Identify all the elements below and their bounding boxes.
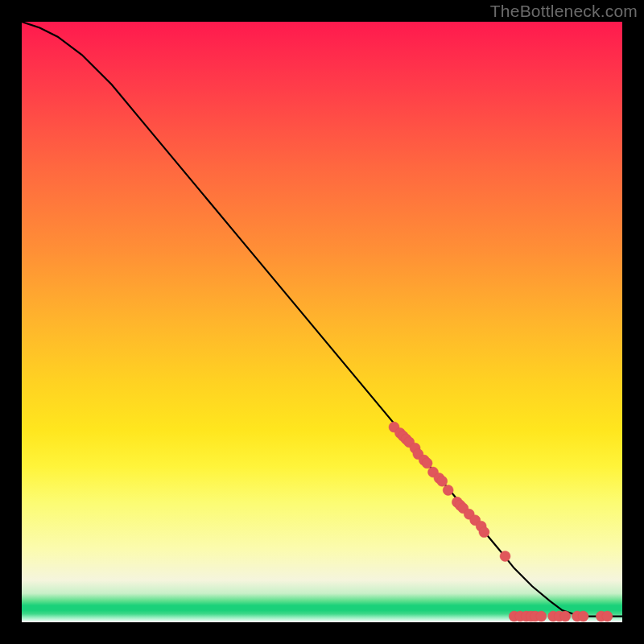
scatter-dot [560,611,571,621]
scatter-dots [389,422,613,621]
bottleneck-curve [22,22,622,617]
scatter-dot [437,476,448,486]
scatter-dot [443,485,453,495]
watermark-text: TheBottleneck.com [490,2,638,21]
chart-overlay [22,22,622,622]
scatter-dot [578,611,588,621]
chart-frame: TheBottleneck.com [0,0,644,644]
scatter-dot [602,611,613,621]
scatter-dot [422,458,432,469]
scatter-dot [479,527,489,538]
scatter-dot [500,551,510,561]
scatter-dot [536,611,547,621]
